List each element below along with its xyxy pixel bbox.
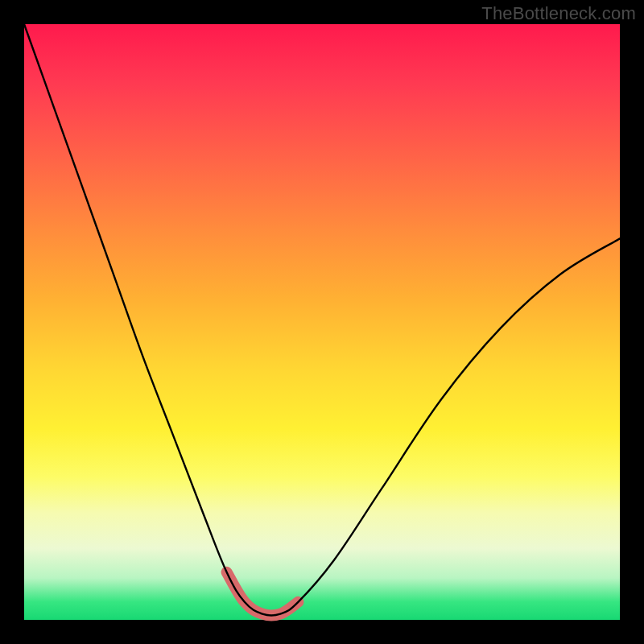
watermark-text: TheBottleneck.com [481, 3, 636, 24]
chart-frame: TheBottleneck.com [0, 0, 644, 644]
bottleneck-curve [24, 24, 620, 616]
curve-svg [24, 24, 620, 620]
plot-area [24, 24, 620, 620]
